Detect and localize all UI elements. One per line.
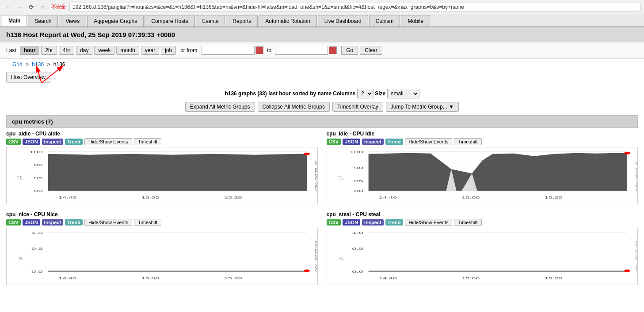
trend-badge-aidle[interactable]: Trend bbox=[65, 139, 83, 145]
svg-text:14:40: 14:40 bbox=[379, 277, 397, 280]
graph-cluster-name: h136 bbox=[225, 90, 236, 97]
tab-aggregate-graphs[interactable]: Aggregate Graphs bbox=[87, 15, 144, 26]
tab-main[interactable]: Main bbox=[2, 15, 27, 26]
graph-svg-idle: 100 90 85 80 μ# 14:40 15:00 15:20 bbox=[327, 147, 638, 204]
svg-text:0.5: 0.5 bbox=[351, 247, 363, 251]
columns-label: Columns bbox=[333, 90, 357, 97]
breadcrumb-grid[interactable]: Grid bbox=[12, 61, 23, 68]
svg-text:15:00: 15:00 bbox=[141, 277, 159, 280]
tab-live-dashboard[interactable]: Live Dashboard bbox=[318, 15, 368, 26]
svg-text:100: 100 bbox=[29, 150, 43, 154]
calendar-to-icon[interactable] bbox=[329, 46, 337, 54]
graph-canvas-cpu-steal[interactable]: 1.0 0.5 0.0 μ# 14:40 15:00 15:20 ENTITLE… bbox=[327, 228, 638, 285]
svg-text:μ#: μ# bbox=[336, 257, 344, 260]
inspect-badge-idle[interactable]: Inspect bbox=[362, 139, 384, 145]
svg-text:1.0: 1.0 bbox=[351, 231, 363, 235]
columns-select[interactable]: 2 3 4 bbox=[357, 89, 373, 98]
graph-period: hour bbox=[279, 90, 291, 97]
csv-badge-idle[interactable]: CSV bbox=[327, 139, 341, 145]
collapse-all-button[interactable]: Collapse All Metric Groups bbox=[258, 102, 330, 112]
trend-badge-steal[interactable]: Trend bbox=[385, 219, 403, 226]
svg-text:90: 90 bbox=[354, 166, 363, 170]
graph-canvas-cpu-aidle[interactable]: 100 98 95 90 μ# 14:40 15:00 15:20 bbox=[6, 147, 318, 204]
jump-to-group-button[interactable]: Jump To Metric Group... ▼ bbox=[386, 102, 459, 112]
timeshift-nice[interactable]: Timeshift bbox=[134, 219, 161, 226]
csv-badge-steal[interactable]: CSV bbox=[327, 219, 341, 226]
graph-canvas-cpu-nice[interactable]: 1.0 0.5 0.0 μ# 14:40 15:00 15:20 ENTITLE… bbox=[6, 228, 318, 285]
go-button[interactable]: Go bbox=[341, 46, 358, 55]
tab-events[interactable]: Events bbox=[196, 15, 225, 26]
time-btn-week[interactable]: week bbox=[94, 46, 114, 55]
graph-actions-cpu-steal: CSV JSON Inspect Trend Hide/Show Events … bbox=[327, 219, 638, 226]
svg-rect-37 bbox=[7, 228, 317, 285]
size-select[interactable]: small medium large bbox=[387, 89, 419, 98]
expand-all-button[interactable]: Expand All Metric Groups bbox=[185, 102, 255, 112]
tab-automatic-rotation[interactable]: Automatic Rotation bbox=[259, 15, 316, 26]
hide-show-events-aidle[interactable]: Hide/Show Events bbox=[84, 138, 132, 145]
graph-item-cpu-aidle: cpu_aidle - CPU aidle CSV JSON Inspect T… bbox=[6, 131, 318, 204]
graph-title-cpu-steal: cpu_steal - CPU steal bbox=[327, 211, 638, 218]
timeshift-aidle[interactable]: Timeshift bbox=[134, 138, 161, 145]
reload-button[interactable]: ⟳ bbox=[27, 2, 36, 12]
address-bar[interactable] bbox=[69, 3, 640, 11]
host-title: h136 Host Report at Wed, 25 Sep 2019 07:… bbox=[0, 27, 644, 42]
time-btn-job[interactable]: job bbox=[161, 46, 176, 55]
inspect-badge-steal[interactable]: Inspect bbox=[362, 219, 384, 226]
back-button[interactable]: ← bbox=[4, 2, 13, 12]
hide-show-events-nice[interactable]: Hide/Show Events bbox=[84, 219, 132, 226]
time-btn-month[interactable]: month bbox=[116, 46, 139, 55]
jump-label: Jump To Metric Group... bbox=[391, 104, 447, 110]
tab-reports[interactable]: Reports bbox=[226, 15, 258, 26]
svg-text:15:20: 15:20 bbox=[224, 196, 242, 199]
time-btn-year[interactable]: year bbox=[141, 46, 159, 55]
svg-text:14:40: 14:40 bbox=[379, 196, 397, 199]
forward-button[interactable]: → bbox=[15, 2, 25, 12]
hide-show-events-steal[interactable]: Hide/Show Events bbox=[405, 219, 453, 226]
svg-text:14:40: 14:40 bbox=[58, 277, 76, 280]
json-badge-aidle[interactable]: JSON bbox=[23, 139, 40, 145]
trend-badge-idle[interactable]: Trend bbox=[385, 139, 403, 145]
home-button[interactable]: ⌂ bbox=[38, 2, 48, 12]
host-overview-button[interactable]: Host Overview bbox=[6, 72, 50, 83]
tab-search[interactable]: Search bbox=[28, 15, 58, 26]
timeshift-overlay-button[interactable]: Timeshift Overlay bbox=[332, 102, 383, 112]
graph-svg-steal: 1.0 0.5 0.0 μ# 14:40 15:00 15:20 ENTITLE… bbox=[327, 228, 638, 285]
tab-cubism[interactable]: Cubism bbox=[369, 15, 400, 26]
json-badge-steal[interactable]: JSON bbox=[343, 219, 360, 226]
tab-views[interactable]: Views bbox=[59, 15, 86, 26]
trend-badge-nice[interactable]: Trend bbox=[65, 219, 83, 226]
svg-text:μ#: μ# bbox=[336, 176, 344, 180]
time-btn-4hr[interactable]: 4hr bbox=[59, 46, 74, 55]
svg-text:1.0: 1.0 bbox=[31, 231, 43, 235]
tab-mobile[interactable]: Mobile bbox=[401, 15, 430, 26]
date-from-input[interactable] bbox=[202, 46, 255, 55]
svg-point-14 bbox=[304, 153, 310, 155]
csv-badge-nice[interactable]: CSV bbox=[6, 219, 21, 226]
graph-info-row: h136 graphs (33) last hour sorted by nam… bbox=[6, 86, 638, 100]
json-badge-nice[interactable]: JSON bbox=[23, 219, 40, 226]
inspect-badge-nice[interactable]: Inspect bbox=[42, 219, 64, 226]
svg-text:15:20: 15:20 bbox=[544, 196, 562, 199]
timeshift-idle[interactable]: Timeshift bbox=[454, 138, 481, 145]
date-to-input[interactable] bbox=[275, 46, 328, 55]
calendar-from-icon[interactable] bbox=[255, 46, 263, 54]
sort-by: by name bbox=[310, 90, 332, 97]
svg-text:15:00: 15:00 bbox=[461, 196, 480, 199]
inspect-badge-aidle[interactable]: Inspect bbox=[42, 139, 64, 145]
graph-title-cpu-nice: cpu_nice - CPU Nice bbox=[6, 211, 318, 218]
graph-canvas-cpu-idle[interactable]: 100 90 85 80 μ# 14:40 15:00 15:20 bbox=[327, 147, 638, 204]
tab-compare-hosts[interactable]: Compare Hosts bbox=[145, 15, 194, 26]
csv-badge-aidle[interactable]: CSV bbox=[6, 139, 21, 145]
time-btn-day[interactable]: day bbox=[76, 46, 92, 55]
time-btn-hour[interactable]: hour bbox=[20, 46, 40, 55]
json-badge-idle[interactable]: JSON bbox=[343, 139, 360, 145]
svg-text:80: 80 bbox=[354, 189, 363, 193]
time-btn-2hr[interactable]: 2hr bbox=[41, 46, 57, 55]
breadcrumb-cluster[interactable]: h136 bbox=[32, 61, 44, 68]
browser-bar: ← → ⟳ ⌂ 不安全 bbox=[0, 0, 644, 14]
graph-svg-nice: 1.0 0.5 0.0 μ# 14:40 15:00 15:20 ENTITLE… bbox=[7, 228, 317, 285]
clear-button[interactable]: Clear bbox=[360, 46, 382, 55]
last-label-info: last bbox=[268, 90, 279, 97]
hide-show-events-idle[interactable]: Hide/Show Events bbox=[405, 138, 453, 145]
timeshift-steal[interactable]: Timeshift bbox=[454, 219, 481, 226]
